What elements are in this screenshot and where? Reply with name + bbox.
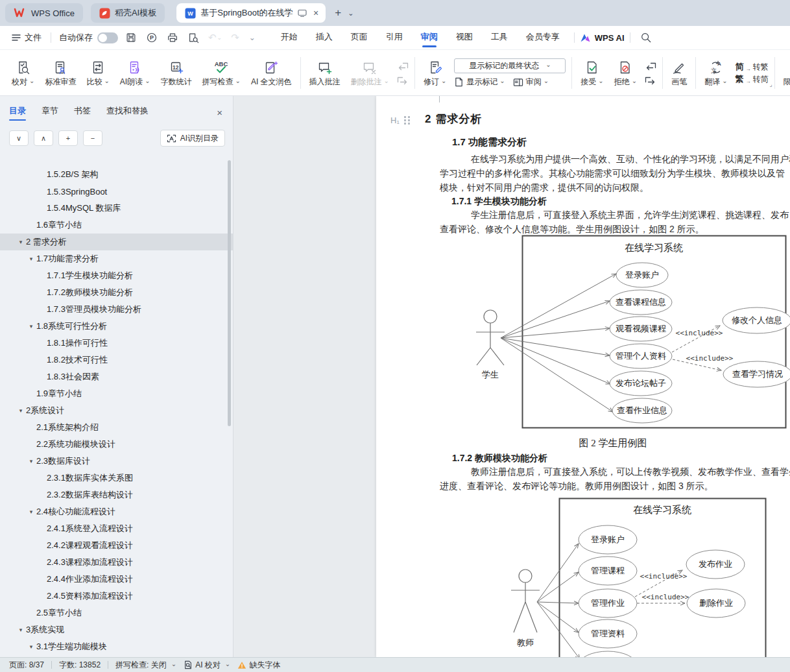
word-count-indicator[interactable]: 字数: 13852 xyxy=(59,660,101,671)
sidebar-scrollbar[interactable] xyxy=(228,160,231,426)
expand-level-button[interactable]: + xyxy=(58,130,78,146)
file-menu[interactable]: 文件 xyxy=(8,32,45,43)
ai-polish-button[interactable]: AI 全文润色 xyxy=(246,60,297,86)
toc-item[interactable]: 1.9章节小结 xyxy=(0,385,233,402)
compare-button[interactable]: 比较 xyxy=(81,60,114,86)
toc-item[interactable]: ▾1.7功能需求分析 xyxy=(0,250,233,267)
close-sidebar-icon[interactable]: × xyxy=(217,107,222,118)
tab-list-dropdown-icon[interactable]: ⌄ xyxy=(348,9,353,18)
to-simplified-button[interactable]: 繁→ 转简 xyxy=(736,74,769,85)
print-preview-icon[interactable] xyxy=(183,32,204,43)
toc-item[interactable]: 1.8.1操作可行性 xyxy=(0,335,233,352)
toc-item[interactable]: 2.2系统功能模块设计 xyxy=(0,436,233,453)
new-tab-button[interactable]: + xyxy=(335,6,341,19)
toc-item[interactable]: ▾3.1学生端功能模块 xyxy=(0,638,233,655)
sidebar-tab-find-replace[interactable]: 查找和替换 xyxy=(106,102,149,122)
toc-collapse-arrow-icon[interactable]: ▾ xyxy=(27,256,35,262)
insert-comment-button[interactable]: 插入批注 xyxy=(304,60,346,86)
toc-item[interactable]: 1.8.3社会因素 xyxy=(0,368,233,385)
menu-tab-开始[interactable]: 开始 xyxy=(281,26,298,49)
toc-item[interactable]: 1.8.2技术可行性 xyxy=(0,352,233,368)
next-change-icon[interactable] xyxy=(645,76,656,85)
toc-item[interactable]: 1.6章节小结 xyxy=(0,217,233,234)
toc-item[interactable]: 1.7.3管理员模块功能分析 xyxy=(0,301,233,318)
autosave-control[interactable]: 自动保存 xyxy=(59,32,118,43)
ai-recognize-toc-button[interactable]: AI识别目录 xyxy=(160,130,225,147)
word-count-button[interactable]: 12 字数统计 xyxy=(156,60,197,86)
toc-item[interactable]: 2.4.5资料添加流程设计 xyxy=(0,588,233,605)
proofread-button[interactable]: 校对 xyxy=(6,60,40,86)
translate-button[interactable]: 文A 翻译 xyxy=(699,60,732,86)
spell-check-button[interactable]: ABC 拼写检查 xyxy=(197,60,246,86)
accept-change-button[interactable]: 接受 xyxy=(575,60,608,86)
ink-brush-button[interactable]: 画笔 xyxy=(666,60,692,86)
menu-tab-工具[interactable]: 工具 xyxy=(491,26,508,49)
toc-item[interactable]: 1.7.2教师模块功能分析 xyxy=(0,284,233,301)
delete-comment-button[interactable]: 删除批注 xyxy=(346,60,394,86)
toc-item[interactable]: 1.5.2B/S 架构 xyxy=(0,166,233,183)
markup-state-select[interactable]: 显示标记的最终状态 xyxy=(454,58,566,73)
review-pane-button[interactable]: 审阅 xyxy=(513,77,549,88)
collapse-all-button[interactable]: ∧ xyxy=(34,130,53,146)
show-markup-button[interactable]: 显示标记 xyxy=(454,77,505,88)
menu-tab-审阅[interactable]: 审阅 xyxy=(421,26,438,49)
menu-tab-引用[interactable]: 引用 xyxy=(386,26,403,49)
menu-tab-视图[interactable]: 视图 xyxy=(456,26,473,49)
undo-icon[interactable]: ↶⌄ xyxy=(204,32,226,43)
spellcheck-status[interactable]: 拼写检查: 关闭 xyxy=(115,660,176,671)
expand-all-button[interactable]: ∨ xyxy=(9,130,29,146)
ai-proofread-status[interactable]: AI 校对 xyxy=(184,660,230,671)
menu-tab-页面[interactable]: 页面 xyxy=(351,26,368,49)
autosave-toggle[interactable] xyxy=(97,32,118,43)
ai-read-aloud-button[interactable]: AI朗读 xyxy=(115,60,156,86)
redo-icon[interactable]: ↷ xyxy=(226,32,244,43)
toc-item[interactable]: 1.5.3SpringBoot xyxy=(0,183,233,200)
track-changes-button[interactable]: 修订 xyxy=(418,60,451,86)
toc-collapse-arrow-icon[interactable]: ▾ xyxy=(17,239,25,245)
more-commands-icon[interactable]: ⌄ xyxy=(244,33,260,42)
standard-review-button[interactable]: 标准审查 xyxy=(40,60,81,86)
toc-collapse-arrow-icon[interactable]: ▾ xyxy=(27,323,35,330)
document-tab[interactable]: W 基于SpringBoot的在线学习 × xyxy=(176,3,326,23)
heading-drag-handle[interactable]: H₁ xyxy=(390,115,410,125)
close-document-icon[interactable]: × xyxy=(311,8,320,18)
toc-item[interactable]: 2.4.4作业添加流程设计 xyxy=(0,571,233,588)
reject-change-button[interactable]: 拒绝 xyxy=(609,60,642,86)
toc-collapse-arrow-icon[interactable]: ▾ xyxy=(17,407,25,414)
print-icon[interactable] xyxy=(162,32,183,43)
toc-collapse-arrow-icon[interactable]: ▾ xyxy=(27,509,35,515)
wps-ai-button[interactable]: WPS AI xyxy=(580,33,625,43)
toc-item[interactable]: 2.4.3课程添加流程设计 xyxy=(0,554,233,571)
page-indicator[interactable]: 页面: 8/37 xyxy=(9,660,44,671)
restrict-editing-button[interactable]: 限制编辑 xyxy=(778,60,790,86)
toc-item[interactable]: ▾2 需求分析 xyxy=(0,234,233,250)
to-traditional-button[interactable]: 简→ 转繁 xyxy=(736,62,769,73)
toc-item[interactable]: 2.5章节小结 xyxy=(0,605,233,621)
dialog-launcher-icon[interactable]: ⌟ xyxy=(769,81,772,88)
toc-item[interactable]: 2.4.2课程观看流程设计 xyxy=(0,537,233,554)
template-tab[interactable]: 稻壳AI模板 xyxy=(91,3,165,23)
toc-item[interactable]: ▾1.8系统可行性分析 xyxy=(0,318,233,335)
toc-item[interactable]: 1.5.4MySQL 数据库 xyxy=(0,200,233,217)
toc-item[interactable]: ▾2.4核心功能流程设计 xyxy=(0,503,233,520)
toc-item[interactable]: 1.7.1学生模块功能分析 xyxy=(0,267,233,284)
toc-item[interactable]: ▾2系统设计 xyxy=(0,402,233,419)
toc-collapse-arrow-icon[interactable]: ▾ xyxy=(27,643,35,650)
wps-office-tab[interactable]: WPS Office xyxy=(5,3,83,23)
menu-tab-插入[interactable]: 插入 xyxy=(316,26,333,49)
sidebar-tab-chapters[interactable]: 章节 xyxy=(42,102,58,122)
missing-font-warning[interactable]: 缺失字体 xyxy=(237,660,280,671)
previous-comment-icon[interactable] xyxy=(397,62,409,71)
toc-collapse-arrow-icon[interactable]: ▾ xyxy=(27,458,35,464)
next-comment-icon[interactable] xyxy=(397,76,409,85)
menu-tab-会员专享[interactable]: 会员专享 xyxy=(526,26,560,49)
save-icon[interactable] xyxy=(121,32,141,43)
toc-item[interactable]: ▾2.3数据库设计 xyxy=(0,453,233,470)
export-pdf-icon[interactable]: P xyxy=(141,32,162,43)
toc-item[interactable]: ▾3系统实现 xyxy=(0,621,233,638)
present-mode-icon[interactable] xyxy=(298,9,307,18)
document-page[interactable]: H₁ 2 需求分析 1.7 功能需求分析 在线学习系统为用户提供一个高效、互动、… xyxy=(376,96,790,657)
toc-collapse-arrow-icon[interactable]: ▾ xyxy=(17,627,25,633)
toc-item[interactable]: 2.3.2数据库表结构设计 xyxy=(0,486,233,503)
toc-item[interactable]: 2.4.1系统登入流程设计 xyxy=(0,520,233,537)
